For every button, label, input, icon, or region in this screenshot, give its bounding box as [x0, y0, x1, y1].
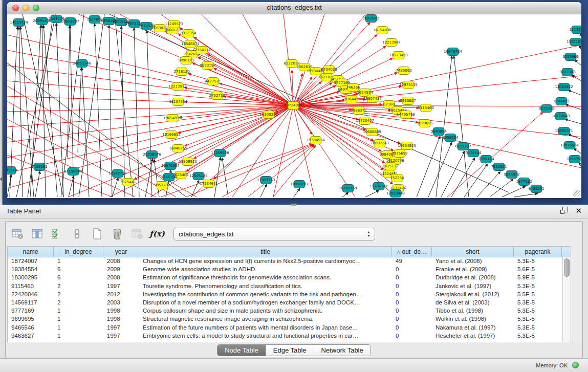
graph-node[interactable]: 2087682	[363, 15, 379, 23]
table-row[interactable]: 946362711997Embryonic stem cells: a mode…	[8, 332, 563, 340]
graph-node[interactable]: 10973493	[389, 52, 408, 59]
scrollbar-thumb[interactable]	[564, 258, 570, 277]
table-row[interactable]: 911546021997Tourette syndrome. Phenomeno…	[8, 282, 563, 290]
column-header-name[interactable]: name	[8, 247, 54, 257]
graph-node[interactable]: 12093822	[555, 83, 573, 91]
table-row[interactable]: 969969511998Structural magnetic resonanc…	[8, 315, 563, 323]
graph-node[interactable]: 12213933	[168, 83, 187, 91]
graph-node[interactable]: 6879197	[455, 143, 471, 150]
table-row[interactable]: 946554611997Estimation of the future num…	[8, 323, 563, 332]
table-row[interactable]: 1456911722003Disruption of a novel membe…	[8, 298, 563, 307]
graph-node[interactable]: 1156753	[567, 156, 581, 163]
select-columns-icon[interactable]	[51, 227, 64, 240]
graph-node[interactable]: 2935114	[478, 156, 494, 163]
graph-node[interactable]: 12975115	[399, 81, 418, 89]
column-header-short[interactable]: short	[432, 247, 514, 257]
graph-node[interactable]: 1677382	[516, 178, 532, 186]
table-header-row[interactable]: namein_degreeyeartitle△out_de…shortpager…	[8, 247, 571, 257]
graph-node[interactable]: 15136141	[369, 183, 388, 190]
network-graph[interactable]: 6322037156261519904468673402816210223451…	[7, 14, 581, 198]
graph-node[interactable]: 11156809	[64, 168, 82, 176]
new-table-icon[interactable]	[91, 227, 104, 240]
graph-node[interactable]: 20364456	[342, 96, 361, 103]
graph-node[interactable]: 2752712	[209, 92, 225, 100]
graph-node[interactable]: 12213967	[382, 39, 401, 47]
control-panel-divider[interactable]	[0, 0, 3, 205]
graph-node[interactable]: 15692071	[555, 127, 573, 135]
float-panel-button[interactable]	[560, 207, 568, 214]
graph-node[interactable]: 19654923	[398, 142, 416, 150]
graph-node[interactable]: 19654932	[163, 115, 182, 122]
graph-node[interactable]: 9115460	[418, 104, 433, 112]
graph-node[interactable]: 1527602	[86, 16, 102, 24]
graph-node[interactable]: 17534641	[200, 180, 218, 188]
graph-node[interactable]: 1485081	[31, 163, 47, 171]
column-header-outde[interactable]: △out_de…	[392, 247, 432, 257]
graph-node[interactable]: 15809923	[179, 158, 197, 166]
graph-node[interactable]: 20053346	[73, 60, 91, 68]
graph-node[interactable]: 9890123	[178, 57, 194, 64]
column-header-pagerank[interactable]: pagerank	[514, 247, 562, 257]
graph-node[interactable]: 20206576	[143, 151, 161, 159]
graph-node[interactable]: 17359928	[211, 149, 229, 157]
graph-node[interactable]: 7975692	[391, 150, 407, 158]
graph-node[interactable]: 9699695	[417, 120, 432, 127]
graph-node[interactable]: 16782759	[339, 185, 357, 192]
graph-node[interactable]: 9245022	[504, 171, 519, 179]
graph-node[interactable]: 10975887	[161, 162, 180, 170]
graph-node[interactable]: 9857791	[154, 182, 170, 189]
show-columns-icon[interactable]	[31, 227, 44, 240]
row-height-icon[interactable]	[71, 227, 84, 240]
table-selector-dropdown[interactable]: citations_edges.txt ▲▼	[173, 228, 375, 240]
table-row[interactable]: 2242004622012Investigating the contribut…	[8, 290, 563, 298]
delete-rows-icon[interactable]	[111, 227, 124, 240]
table-body[interactable]: 1872400712008Changes of HCN gene express…	[8, 257, 563, 342]
graph-node[interactable]: 6734028	[321, 66, 337, 74]
table-row[interactable]: 1872400712008Changes of HCN gene express…	[8, 257, 563, 265]
column-header-indegree[interactable]: in_degree	[54, 247, 103, 257]
graph-node[interactable]: 18107554	[169, 98, 187, 106]
close-panel-button[interactable]: ✕	[575, 207, 582, 214]
graph-node[interactable]: 15720407	[356, 117, 374, 125]
graph-node[interactable]: 8958924	[442, 134, 459, 142]
graph-node[interactable]: 17016504	[560, 142, 579, 149]
table-row[interactable]: 977716911998Corpus callosum shape and si…	[8, 307, 563, 315]
function-builder-icon[interactable]: ƒ(x)	[150, 227, 164, 240]
table-settings-icon[interactable]	[11, 227, 24, 240]
graph-node[interactable]: 19384554	[307, 137, 325, 144]
graph-node[interactable]: 1117204	[569, 26, 581, 34]
tab-network-table[interactable]: Network Table	[314, 345, 371, 356]
graph-node[interactable]: 7632621	[491, 163, 507, 171]
graph-node[interactable]: 2718120	[173, 68, 189, 76]
window-titlebar[interactable]: citations_edges.txt	[7, 2, 581, 14]
graph-node[interactable]: 1615132	[382, 163, 398, 170]
column-header-year[interactable]: year	[103, 247, 139, 257]
graph-node[interactable]: 9463627	[400, 97, 416, 105]
network-canvas[interactable]: 6322037156261519904468673402816210223451…	[7, 14, 581, 198]
graph-node[interactable]: 7485063	[396, 67, 411, 75]
graph-node[interactable]: 12505185	[189, 172, 208, 180]
graph-node[interactable]: 8215358	[538, 105, 554, 113]
graph-node[interactable]: 391314	[7, 167, 17, 174]
divider-collapse-arrow-icon[interactable]	[0, 177, 2, 181]
graph-node[interactable]: 9227343	[559, 69, 575, 76]
column-header-title[interactable]: title	[139, 247, 392, 257]
graph-node[interactable]: 746266	[346, 84, 360, 92]
tab-node-table[interactable]: Node Table	[217, 345, 266, 356]
graph-node[interactable]: 7986372	[351, 107, 366, 115]
graph-node[interactable]: 7525441	[120, 179, 136, 186]
graph-node[interactable]: 10958107	[290, 181, 309, 188]
graph-node[interactable]: 8833197	[200, 62, 215, 70]
window-resize-grip[interactable]	[573, 190, 580, 197]
tab-edge-table[interactable]: Edge Table	[266, 345, 314, 356]
graph-node[interactable]: 9474444	[465, 149, 482, 157]
graph-node[interactable]: 1244413	[553, 98, 569, 105]
graph-node[interactable]: 10688609	[363, 128, 381, 136]
graph-node[interactable]: 752254	[390, 174, 404, 182]
graph-node[interactable]: 19166852	[162, 131, 181, 139]
graph-node[interactable]: 14055724	[10, 19, 28, 27]
table-row[interactable]: 1938455462009Genome-wide association stu…	[8, 265, 563, 273]
graph-node[interactable]: 8912354	[180, 30, 197, 37]
graph-node[interactable]: 9129966	[562, 53, 579, 61]
graph-node[interactable]: 16210643	[552, 113, 570, 120]
